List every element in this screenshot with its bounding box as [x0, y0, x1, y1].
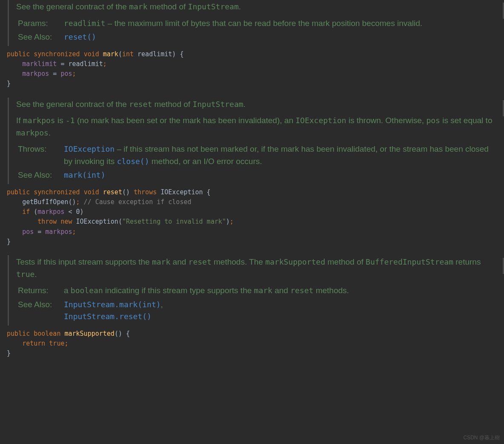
returns-value: a boolean indicating if this stream type… [64, 285, 497, 297]
doc-throws-row: Throws: IOException – if this stream has… [18, 143, 497, 167]
text: methods. The [212, 257, 265, 266]
punc: } [7, 349, 11, 357]
text: method of [147, 2, 188, 11]
doc-summary: Tests if this input stream supports the … [16, 256, 497, 280]
seealso-value: mark(int) [64, 169, 497, 182]
params-label: Params: [18, 17, 60, 30]
punc: } [7, 80, 11, 87]
code: InputStream [192, 100, 243, 109]
doc-summary: See the general contract of the reset me… [16, 98, 497, 111]
seealso-link[interactable]: reset() [64, 32, 96, 41]
throws-desc: method, or an I/O error occurs. [149, 157, 262, 166]
doc-block: Tests if this input stream supports the … [8, 255, 504, 326]
throws-link[interactable]: IOException [64, 144, 115, 153]
punc: ) [226, 218, 230, 225]
doc-summary: See the general contract of the mark met… [16, 1, 497, 13]
cmt: // [80, 198, 95, 206]
code: mark [254, 286, 272, 295]
kw: void [84, 50, 103, 58]
text: . [34, 270, 37, 279]
code: boolean [71, 286, 103, 295]
text: See the general contract of the [16, 2, 129, 11]
text: and [272, 286, 290, 295]
call: getBufIfOpen() [22, 198, 76, 206]
code: mark [152, 257, 170, 266]
kw: synchronized [34, 188, 83, 196]
code: IOException [295, 116, 346, 125]
text: . [239, 2, 241, 11]
kw: true [49, 340, 64, 347]
seealso-label: See Also: [18, 31, 60, 43]
code: pos [426, 116, 440, 125]
punc: ( [118, 218, 122, 225]
punc: ; [72, 228, 76, 236]
seealso-link[interactable]: InputStream.mark(int) [64, 300, 161, 309]
text: . [243, 100, 246, 109]
code: -1 [66, 116, 75, 125]
fld: markpos [45, 228, 72, 236]
punc: } [7, 238, 11, 245]
seealso-link[interactable]: mark(int) [64, 170, 106, 179]
text: Tests if this input stream supports the [16, 257, 152, 266]
code: reset [189, 257, 212, 266]
code: InputStream [188, 2, 239, 11]
doc-detail: If markpos is -1 (no mark has been set o… [16, 115, 497, 139]
doc-block: See the general contract of the mark met… [8, 0, 504, 46]
seealso-link[interactable]: InputStream.reset() [64, 312, 152, 321]
doc-border-left [8, 0, 9, 46]
kw: new [60, 218, 76, 225]
punc: ; [72, 70, 76, 78]
text: (no mark has been set or the mark has be… [75, 116, 296, 125]
punc: ) [80, 208, 84, 216]
str: "Resetting to invalid mark" [122, 218, 226, 225]
doc-seealso-row: See Also: mark(int) [18, 169, 497, 182]
code: reset [129, 100, 152, 109]
doc-block: See the general contract of the reset me… [8, 98, 504, 184]
text: = readlimit [57, 60, 103, 68]
code: mark [129, 2, 147, 11]
punc: { [203, 188, 211, 196]
arg: readlimit [137, 50, 172, 58]
text: indicating if this stream type supports … [103, 286, 254, 295]
code: markpos [23, 116, 55, 125]
fn: mark [103, 50, 118, 58]
fld: marklimit [22, 60, 57, 68]
kw: return [22, 340, 49, 347]
doc-border-left [8, 98, 9, 184]
text: a [64, 286, 71, 295]
kw: void [84, 188, 103, 196]
kw: int [122, 50, 137, 58]
param-desc: – the maximum limit of bytes that can be… [106, 19, 423, 28]
kw: if [22, 208, 34, 216]
code: true [16, 270, 34, 279]
code: BufferedInputStream [366, 257, 453, 266]
kw: boolean [34, 330, 64, 337]
code-markSupported: public boolean markSupported() { return … [0, 326, 504, 361]
text: , [161, 300, 163, 309]
text: is set equal to [440, 116, 493, 125]
cmt: Cause exception if closed [95, 198, 192, 206]
watermark: CSDN @暮上樹 [463, 434, 500, 441]
code-mark: public synchronized void mark(int readli… [0, 46, 504, 92]
doc-seealso-row: See Also: reset() [18, 31, 497, 43]
text: . [49, 128, 51, 137]
kw: public [7, 188, 34, 196]
returns-label: Returns: [18, 285, 60, 297]
text: If [16, 116, 23, 125]
text: = [49, 70, 60, 78]
code-reset: public synchronized void reset() throws … [0, 184, 504, 250]
close-link[interactable]: close() [117, 157, 149, 166]
punc: () { [115, 330, 130, 337]
punc: ; [230, 218, 234, 225]
text: See the general contract of the [16, 100, 129, 109]
javadoc-markSupported: Tests if this input stream supports the … [0, 255, 504, 361]
text: < [64, 208, 76, 216]
params-value: readlimit – the maximum limit of bytes t… [64, 17, 497, 30]
kw: throw [37, 218, 60, 225]
punc: ; [103, 60, 107, 68]
punc: ; [76, 198, 80, 206]
text: is thrown. Otherwise, [346, 116, 426, 125]
code: markSupported [265, 257, 325, 266]
seealso-value: reset() [64, 31, 497, 43]
punc: ( [34, 208, 37, 216]
